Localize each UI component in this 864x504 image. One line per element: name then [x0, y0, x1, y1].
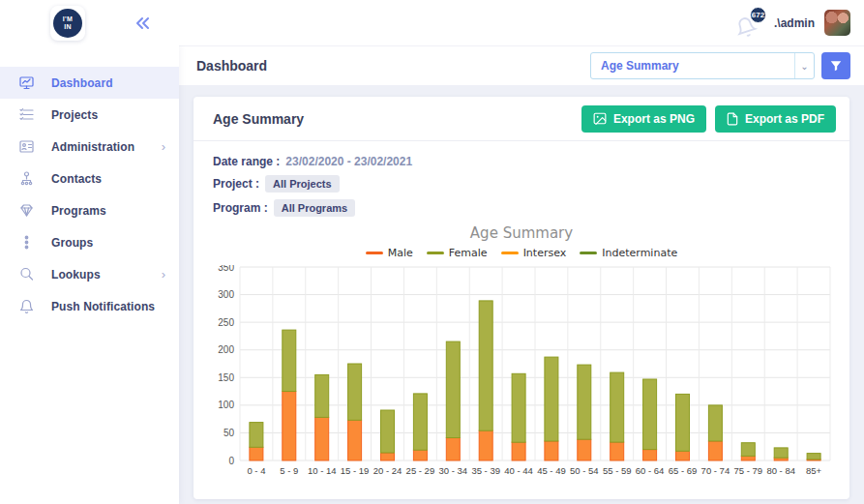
- bar-segment-female-25-29[interactable]: [413, 394, 427, 450]
- sidebar-nav: DashboardProjectsAdministration›Contacts…: [0, 67, 179, 322]
- notification-badge: 672: [750, 7, 766, 23]
- date-range-value: 23/02/2020 - 23/02/2021: [285, 155, 412, 168]
- bar-segment-female-0-4[interactable]: [250, 423, 263, 448]
- x-tick-label: 55 - 59: [603, 465, 632, 476]
- report-select[interactable]: Age Summary ⌄: [590, 52, 815, 79]
- project-label: Project :: [213, 177, 259, 191]
- sidebar-item-groups[interactable]: Groups: [0, 226, 179, 258]
- dashboard-icon: [18, 74, 35, 91]
- bar-segment-male-0-4[interactable]: [250, 447, 263, 460]
- bar-segment-female-65-69[interactable]: [676, 394, 690, 451]
- app-logo[interactable]: I'M IN: [50, 6, 85, 41]
- funnel-icon: [829, 59, 843, 73]
- username-label: .\admin: [774, 16, 815, 30]
- bar-segment-male-5-9[interactable]: [283, 392, 296, 460]
- x-tick-label: 80 - 84: [766, 465, 795, 476]
- bar-segment-male-40-44[interactable]: [512, 442, 525, 460]
- notifications-icon: [18, 298, 35, 314]
- bar-segment-male-30-34[interactable]: [446, 438, 460, 460]
- sidebar-item-dashboard[interactable]: Dashboard: [0, 67, 179, 99]
- sidebar-item-label: Dashboard: [51, 76, 113, 90]
- bar-segment-female-15-19[interactable]: [348, 364, 362, 420]
- sidebar-item-label: Push Notifications: [51, 300, 155, 313]
- top-header: I'M IN 672 .\admin: [0, 0, 864, 45]
- bar-segment-male-10-14[interactable]: [315, 417, 329, 460]
- legend-swatch: [501, 252, 519, 254]
- bar-segment-female-70-74[interactable]: [708, 405, 722, 441]
- x-tick-label: 50 - 54: [570, 465, 599, 476]
- bar-segment-female-45-49[interactable]: [545, 357, 558, 441]
- program-badge: All Programs: [274, 199, 355, 217]
- export-png-button[interactable]: Export as PNG: [581, 105, 706, 133]
- export-pdf-button[interactable]: Export as PDF: [715, 105, 836, 133]
- x-tick-label: 5 - 9: [280, 465, 298, 476]
- bar-segment-male-25-29[interactable]: [413, 450, 427, 460]
- lookups-icon: [18, 266, 35, 282]
- bar-segment-female-50-54[interactable]: [578, 365, 591, 439]
- sidebar: DashboardProjectsAdministration›Contacts…: [0, 45, 179, 504]
- report-select-value: Age Summary: [591, 59, 794, 73]
- x-tick-label: 15 - 19: [341, 465, 370, 476]
- bar-segment-female-60-64[interactable]: [643, 379, 657, 450]
- sidebar-item-lookups[interactable]: Lookups›: [0, 258, 179, 290]
- bar-segment-male-65-69[interactable]: [676, 451, 690, 460]
- bar-segment-female-10-14[interactable]: [315, 374, 329, 417]
- legend-label: Intersex: [523, 247, 567, 259]
- bar-segment-female-30-34[interactable]: [446, 341, 460, 437]
- legend-swatch: [366, 252, 383, 254]
- page-title: Dashboard: [196, 58, 267, 74]
- legend-label: Male: [388, 247, 413, 259]
- legend-item-indeterminate[interactable]: Indeterminate: [580, 247, 677, 259]
- programs-icon: [18, 202, 35, 219]
- bar-segment-male-15-19[interactable]: [348, 420, 362, 460]
- y-tick-label: 250: [218, 317, 234, 328]
- date-range-row: Date range : 23/02/2020 - 23/02/2021: [213, 155, 830, 168]
- report-card: Age Summary Export as PNG: [194, 97, 849, 499]
- y-tick-label: 0: [228, 456, 234, 466]
- legend-item-male[interactable]: Male: [366, 247, 413, 259]
- sidebar-collapse-button[interactable]: [134, 16, 150, 30]
- y-tick-label: 50: [223, 428, 235, 438]
- bar-segment-male-50-54[interactable]: [578, 439, 591, 460]
- bar-segment-female-80-84[interactable]: [774, 448, 788, 458]
- contacts-icon: [18, 170, 35, 187]
- project-row: Project : All Projects: [213, 175, 830, 193]
- bar-segment-male-75-79[interactable]: [741, 456, 755, 460]
- legend-swatch: [427, 252, 444, 254]
- sidebar-item-contacts[interactable]: Contacts: [0, 163, 179, 194]
- sidebar-item-projects[interactable]: Projects: [0, 99, 179, 131]
- bar-segment-female-55-59[interactable]: [611, 372, 624, 442]
- sidebar-item-administration[interactable]: Administration›: [0, 131, 179, 163]
- legend-item-intersex[interactable]: Intersex: [501, 247, 567, 259]
- bar-segment-female-5-9[interactable]: [283, 330, 296, 391]
- bar-segment-male-55-59[interactable]: [611, 442, 624, 460]
- bar-segment-female-75-79[interactable]: [741, 443, 755, 457]
- chevron-right-icon: ›: [162, 268, 165, 281]
- notifications-button[interactable]: 672: [735, 9, 764, 38]
- bar-segment-female-85+[interactable]: [807, 454, 820, 460]
- bar-segment-female-20-24[interactable]: [381, 410, 395, 453]
- project-badge: All Projects: [265, 175, 340, 193]
- bar-segment-female-35-39[interactable]: [479, 301, 492, 430]
- user-avatar[interactable]: [824, 10, 850, 36]
- sidebar-item-programs[interactable]: Programs: [0, 194, 179, 226]
- card-body: Date range : 23/02/2020 - 23/02/2021 Pro…: [194, 141, 849, 484]
- x-tick-label: 10 - 14: [308, 465, 337, 476]
- filter-button[interactable]: [821, 52, 850, 79]
- bar-segment-male-60-64[interactable]: [643, 450, 657, 460]
- date-range-label: Date range :: [213, 155, 280, 168]
- topbar-brand-area: I'M IN: [0, 6, 179, 41]
- x-tick-label: 30 - 34: [438, 465, 467, 476]
- bar-segment-female-40-44[interactable]: [512, 373, 525, 442]
- bar-segment-male-35-39[interactable]: [479, 430, 492, 460]
- sidebar-item-push-notifications[interactable]: Push Notifications: [0, 290, 179, 322]
- groups-icon: [18, 234, 35, 251]
- chevron-down-icon: ⌄: [794, 53, 814, 78]
- chart-plot: 0501001502002503003500 - 45 - 910 - 1415…: [213, 265, 842, 480]
- legend-item-female[interactable]: Female: [427, 247, 488, 259]
- bar-segment-male-70-74[interactable]: [708, 441, 722, 460]
- bar-segment-male-45-49[interactable]: [545, 441, 558, 460]
- sidebar-item-label: Contacts: [51, 172, 102, 186]
- y-tick-label: 150: [218, 372, 234, 383]
- bar-segment-male-20-24[interactable]: [381, 453, 395, 460]
